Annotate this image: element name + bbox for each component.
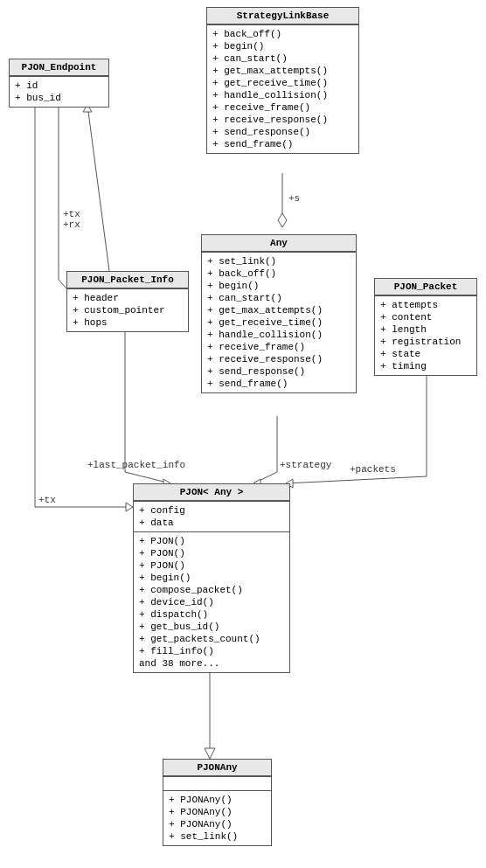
packets-label: +packets — [350, 464, 396, 475]
strategy-link-base-title: StrategyLinkBase — [207, 8, 358, 24]
svg-marker-17 — [205, 748, 215, 759]
any-box: Any + set_link() + back_off() + begin() … — [201, 234, 357, 393]
pjon-any-title: PJON< Any > — [134, 484, 289, 501]
tx2-label: +tx — [38, 495, 56, 505]
pjon-any-methods: + PJON() + PJON() + PJON() + begin() + c… — [134, 531, 289, 672]
svg-marker-6 — [126, 503, 133, 511]
strategy-link-base-methods: + back_off() + begin() + can_start() + g… — [207, 24, 358, 153]
pjon-packet-info-box: PJON_Packet_Info + header + custom_point… — [66, 271, 189, 332]
last-packet-info-label: +last_packet_info — [87, 460, 185, 470]
strategy-label: +strategy — [280, 460, 332, 470]
svg-line-11 — [125, 472, 170, 483]
svg-marker-1 — [278, 213, 287, 227]
pjon-packet-info-title: PJON_Packet_Info — [67, 272, 188, 288]
pjon-packet-info-fields: + header + custom_pointer + hops — [67, 288, 188, 331]
pjonany-title: PJONAny — [163, 760, 271, 776]
tx-rx-label: +tx — [63, 209, 80, 219]
diagram-container: +s +tx +rx +tx +strategy +last_packet_in… — [0, 0, 486, 868]
pjonany-methods: + PJONAny() + PJONAny() + PJONAny() + se… — [163, 790, 271, 845]
pjon-packet-box: PJON_Packet + attempts + content + lengt… — [374, 278, 477, 376]
rx-label: +rx — [63, 219, 80, 230]
any-methods: + set_link() + back_off() + begin() + ca… — [202, 252, 356, 392]
svg-line-3 — [59, 280, 66, 288]
any-title: Any — [202, 235, 356, 252]
pjon-any-box: PJON< Any > + config + data + PJON() + P… — [133, 483, 290, 673]
pjon-endpoint-box: PJON_Endpoint + id + bus_id — [9, 59, 109, 108]
pjon-packet-fields: + attempts + content + length + registra… — [375, 295, 476, 375]
pjon-endpoint-title: PJON_Endpoint — [10, 59, 108, 76]
pjon-packet-title: PJON_Packet — [375, 279, 476, 295]
pjonany-box: PJONAny + PJONAny() + PJONAny() + PJONAn… — [163, 759, 272, 846]
s-label: +s — [288, 193, 300, 204]
svg-line-14 — [286, 476, 427, 483]
pjonany-empty — [163, 776, 271, 790]
pjon-any-fields: + config + data — [134, 501, 289, 531]
pjon-endpoint-fields: + id + bus_id — [10, 76, 108, 107]
svg-line-8 — [253, 472, 277, 483]
strategy-link-base-box: StrategyLinkBase + back_off() + begin() … — [206, 7, 359, 154]
svg-line-18 — [87, 105, 109, 271]
